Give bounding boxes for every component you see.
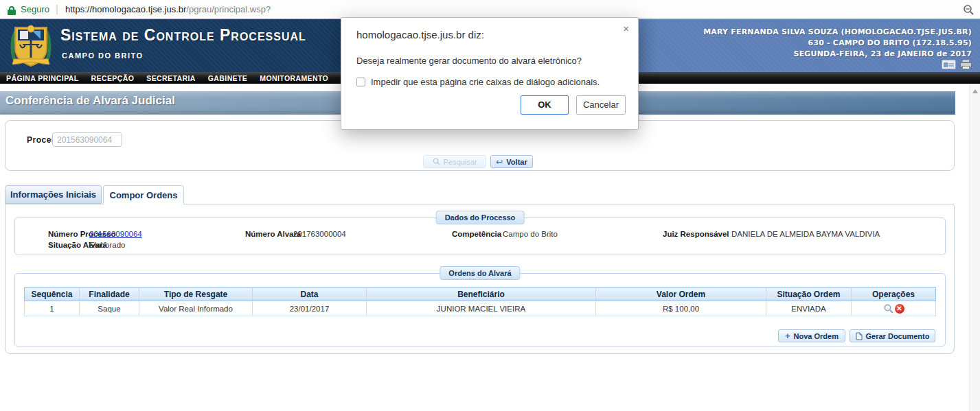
dados-processo-fieldset: Dados do Processo Número Processo 201563…: [14, 218, 946, 255]
app-subtitle: CAMPO DO BRITO: [62, 51, 144, 60]
screen: Seguro | https://homologacao.tjse.jus.br…: [0, 0, 980, 411]
url-input[interactable]: https://homologacao.tjse.jus.br/pgrau/pr…: [65, 4, 271, 14]
close-icon[interactable]: ×: [623, 23, 629, 34]
nova-ordem-button[interactable]: + Nova Ordem: [778, 329, 845, 342]
delete-order-icon[interactable]: ✕: [895, 304, 904, 314]
user-session-info: MARY FERNANDA SILVA SOUZA (HOMOLOGACAO.T…: [703, 27, 972, 60]
zoom-out-icon[interactable]: [963, 4, 975, 16]
vertical-scrollbar[interactable]: [969, 84, 980, 411]
menu-gabinete[interactable]: GABINETE: [202, 74, 253, 82]
dialog-message: Deseja realmente gerar documento do alva…: [356, 56, 582, 66]
tab-informacoes-iniciais[interactable]: Informações Iniciais: [5, 185, 102, 204]
document-icon: [856, 332, 863, 340]
processo-input[interactable]: [52, 132, 122, 147]
scroll-up-arrow[interactable]: [970, 86, 980, 96]
numero-alvara-value: 201763000004: [293, 230, 346, 238]
juiz-responsavel-label: Juiz Responsável: [663, 230, 729, 238]
user-court-line: 630 - CAMPO DO BRITO (172.18.5.95): [703, 38, 972, 49]
tjse-coat-of-arms-logo: [10, 22, 52, 69]
menu-monitoramento[interactable]: MONITORAMENTO: [253, 74, 334, 82]
url-path: /pgrau/principal.wsp?: [186, 4, 271, 14]
voltar-button[interactable]: ↩ Voltar: [490, 155, 533, 168]
user-name-line: MARY FERNANDA SILVA SOUZA (HOMOLOGACAO.T…: [703, 27, 972, 38]
cell-beneficiario: JUNIOR MACIEL VIEIRA: [367, 301, 596, 316]
tab-content-panel: Dados do Processo Número Processo 201563…: [5, 204, 955, 354]
plus-icon: +: [785, 331, 790, 341]
cell-sequencia: 1: [25, 301, 80, 316]
menu-pagina-principal[interactable]: PÁGINA PRINCIPAL: [0, 74, 85, 82]
url-separator: |: [56, 3, 58, 14]
cancel-button[interactable]: Cancelar: [576, 95, 626, 115]
menu-secretaria[interactable]: SECRETARIA: [140, 74, 201, 82]
ordens-alvara-legend: Ordens do Alvará: [440, 266, 520, 280]
session-date-line: SEGUNDA-FEIRA, 23 de JANEIRO de 2017: [703, 49, 972, 60]
back-arrow-icon: ↩: [496, 157, 503, 167]
gerar-documento-button[interactable]: Gerar Documento: [850, 329, 935, 342]
dados-processo-legend: Dados do Processo: [436, 211, 525, 224]
javascript-alert-dialog: homologacao.tjse.jus.br diz: × Deseja re…: [341, 17, 639, 130]
col-finalidade: Finalidade: [80, 287, 139, 301]
col-valor-ordem: Valor Ordem: [596, 287, 766, 301]
col-operacoes: Operações: [852, 287, 936, 301]
prevent-dialogs-checkbox[interactable]: [356, 78, 365, 86]
col-sequencia: Sequência: [25, 287, 80, 301]
view-order-icon[interactable]: [883, 303, 894, 314]
competencia-label: Competência: [452, 230, 501, 238]
tab-compor-ordens[interactable]: Compor Ordens: [103, 185, 184, 204]
ok-button[interactable]: OK: [521, 95, 569, 115]
secure-label[interactable]: Seguro: [21, 4, 49, 14]
printer-icon[interactable]: [960, 60, 972, 69]
table-row: 1 Saque Valor Real Informado 23/01/2017 …: [25, 301, 936, 316]
col-beneficiario: Beneficiário: [367, 287, 596, 301]
pesquisar-button[interactable]: Pesquisar: [423, 155, 486, 168]
ordens-table: Sequência Finalidade Tipo de Resgate Dat…: [24, 287, 936, 316]
url-domain: https://homologacao.tjse.jus.br: [65, 4, 186, 14]
situacao-alvara-value: Elaborado: [89, 241, 125, 249]
secure-lock-icon[interactable]: [8, 6, 16, 15]
browser-address-bar: Seguro | https://homologacao.tjse.jus.br…: [0, 0, 980, 19]
competencia-value: Campo do Brito: [503, 230, 558, 238]
col-situacao-ordem: Situação Ordem: [766, 287, 852, 301]
cell-situacao-ordem: ENVIADA: [766, 301, 852, 316]
cell-valor-ordem: R$ 100,00: [596, 301, 766, 316]
app-title: Sistema de Controle Processual: [60, 26, 306, 45]
cell-tipo-resgate: Valor Real Informado: [139, 301, 253, 316]
col-data: Data: [253, 287, 367, 301]
cell-data: 23/01/2017: [253, 301, 367, 316]
col-tipo-resgate: Tipo de Resgate: [139, 287, 253, 301]
dialog-title: homologacao.tjse.jus.br diz:: [356, 29, 484, 40]
id-card-icon[interactable]: [942, 60, 956, 69]
cell-finalidade: Saque: [80, 301, 139, 316]
table-header-row: Sequência Finalidade Tipo de Resgate Dat…: [25, 287, 936, 301]
juiz-responsavel-value: DANIELA DE ALMEIDA BAYMA VALDIVIA: [731, 230, 880, 238]
prevent-dialogs-label: Impedir que esta página crie caixas de d…: [371, 77, 600, 87]
numero-processo-link[interactable]: 201563090064: [89, 230, 142, 238]
menu-recepcao[interactable]: RECEPÇÃO: [85, 74, 141, 82]
search-icon: [433, 158, 440, 165]
ordens-alvara-fieldset: Ordens do Alvará Sequência Finalidade Ti…: [14, 273, 946, 347]
